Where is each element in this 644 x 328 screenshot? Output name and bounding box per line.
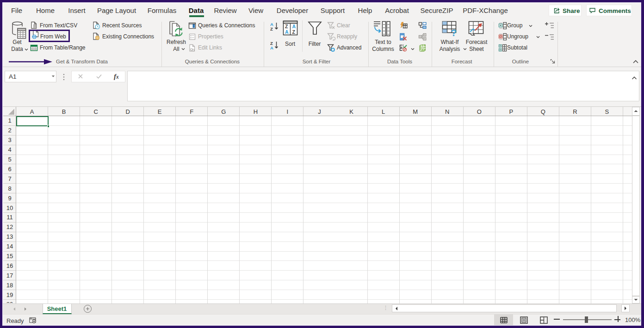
svg-text:A: A <box>270 22 273 27</box>
svg-text:A: A <box>285 29 289 35</box>
svg-text:Z: Z <box>270 41 273 46</box>
svg-text:A: A <box>292 24 296 29</box>
svg-text:A: A <box>270 45 273 50</box>
svg-text:Z: Z <box>292 29 296 35</box>
svg-text:Z: Z <box>270 26 273 31</box>
svg-text:Z: Z <box>285 24 288 29</box>
svg-text:?: ? <box>451 27 457 37</box>
